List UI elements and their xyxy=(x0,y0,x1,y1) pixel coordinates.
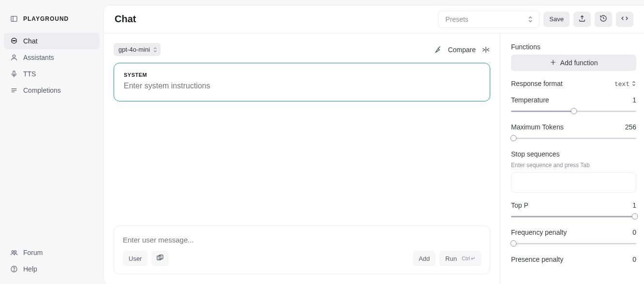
svg-point-5 xyxy=(15,41,15,41)
sidebar-header: PLAYGROUND xyxy=(4,10,100,33)
temperature-label: Temperature xyxy=(511,96,549,104)
response-format-row[interactable]: Response format text xyxy=(511,80,636,87)
run-button[interactable]: Run Ctrl ↵ xyxy=(439,251,481,266)
presence-penalty-label: Presence penalty xyxy=(511,256,563,263)
model-name: gpt-4o-mini xyxy=(118,46,150,53)
add-function-label: Add function xyxy=(560,59,598,67)
system-heading: SYSTEM xyxy=(124,72,480,78)
add-message-button[interactable]: Add xyxy=(413,251,436,266)
system-box[interactable]: SYSTEM xyxy=(114,63,490,101)
max-tokens-value: 256 xyxy=(625,123,636,131)
page-title: Chat xyxy=(115,14,136,25)
max-tokens-row: Maximum Tokens 256 xyxy=(511,123,636,142)
sidebar-item-help[interactable]: Help xyxy=(4,261,100,277)
presence-penalty-value: 0 xyxy=(632,256,636,263)
top-p-value: 1 xyxy=(632,201,636,209)
user-message-input[interactable] xyxy=(123,236,481,244)
run-label: Run xyxy=(445,255,457,262)
svg-point-13 xyxy=(15,251,16,253)
main-header: Chat Presets Save xyxy=(104,5,644,33)
sidebar-item-completions[interactable]: Completions xyxy=(4,82,100,99)
sidebar-item-label: Forum xyxy=(23,249,43,256)
history-icon xyxy=(600,14,607,24)
frequency-penalty-slider[interactable] xyxy=(511,240,636,247)
stop-sequences-hint: Enter sequence and press Tab xyxy=(511,162,636,169)
image-icon xyxy=(156,254,164,263)
attach-button[interactable] xyxy=(151,251,169,266)
frequency-penalty-label: Frequency penalty xyxy=(511,228,567,236)
temperature-row: Temperature 1 xyxy=(511,96,636,114)
max-tokens-label: Maximum Tokens xyxy=(511,123,564,131)
svg-point-15 xyxy=(14,270,14,271)
sidebar-item-label: TTS xyxy=(23,70,36,78)
plus-icon xyxy=(550,59,556,67)
temperature-slider[interactable] xyxy=(511,108,636,114)
composer-actions: User Add Run xyxy=(123,251,481,266)
svg-point-12 xyxy=(12,251,14,253)
people-icon xyxy=(10,248,18,257)
presets-dropdown[interactable]: Presets xyxy=(438,11,540,28)
sidebar-item-chat[interactable]: Chat xyxy=(4,33,100,49)
presence-penalty-row: Presence penalty 0 xyxy=(511,256,636,263)
svg-point-4 xyxy=(14,41,14,41)
chevron-up-down-icon xyxy=(527,16,533,23)
add-label: Add xyxy=(419,255,430,262)
scrollbar[interactable] xyxy=(641,33,644,284)
role-user-label: User xyxy=(129,255,142,262)
code-icon xyxy=(621,14,629,24)
upload-icon xyxy=(578,14,586,24)
svg-point-3 xyxy=(13,41,13,41)
upload-button[interactable] xyxy=(573,12,591,27)
sidebar-item-label: Help xyxy=(23,265,37,273)
sidebar-item-label: Assistants xyxy=(23,54,54,61)
mic-icon xyxy=(10,70,18,78)
panel-left-icon xyxy=(10,14,18,23)
add-function-button[interactable]: Add function xyxy=(511,55,636,71)
functions-label: Functions xyxy=(511,43,636,51)
code-button[interactable] xyxy=(616,12,633,27)
save-button-label: Save xyxy=(549,15,564,23)
settings-panel: Functions Add function Response format t… xyxy=(500,33,644,284)
max-tokens-slider[interactable] xyxy=(511,135,636,142)
save-button[interactable]: Save xyxy=(543,12,570,27)
main-body: gpt-4o-mini Compare SYSTEM xyxy=(104,33,644,284)
help-icon xyxy=(10,265,18,273)
chevron-up-down-icon xyxy=(631,81,636,86)
top-p-label: Top P xyxy=(511,201,528,209)
sidebar-item-assistants[interactable]: Assistants xyxy=(4,49,100,66)
response-format-label: Response format xyxy=(511,80,563,87)
clear-button[interactable] xyxy=(434,45,442,54)
top-p-row: Top P 1 xyxy=(511,201,636,220)
header-actions: Presets Save xyxy=(438,11,633,28)
svg-point-6 xyxy=(13,55,15,57)
system-input[interactable] xyxy=(124,82,480,90)
stop-sequences-label: Stop sequences xyxy=(511,150,636,158)
stop-sequences-input[interactable] xyxy=(511,172,636,193)
sidebar: PLAYGROUND Chat Assistants TTS Completio xyxy=(0,0,103,284)
temperature-value: 1 xyxy=(632,96,636,104)
frequency-penalty-value: 0 xyxy=(632,228,636,236)
compare-icon[interactable] xyxy=(482,46,490,54)
top-p-slider[interactable] xyxy=(511,213,636,220)
chat-top-right: Compare xyxy=(434,45,490,54)
history-button[interactable] xyxy=(595,12,612,27)
chat-area: gpt-4o-mini Compare SYSTEM xyxy=(104,33,500,284)
model-selector[interactable]: gpt-4o-mini xyxy=(114,43,161,56)
role-user-button[interactable]: User xyxy=(123,251,147,266)
svg-rect-7 xyxy=(13,71,15,75)
sidebar-item-tts[interactable]: TTS xyxy=(4,66,100,82)
sidebar-item-forum[interactable]: Forum xyxy=(4,244,100,261)
frequency-penalty-row: Frequency penalty 0 xyxy=(511,228,636,247)
sidebar-title: PLAYGROUND xyxy=(23,15,69,22)
response-format-value: text xyxy=(615,80,636,87)
lines-icon xyxy=(10,86,18,95)
presets-placeholder: Presets xyxy=(445,15,468,23)
user-icon xyxy=(10,53,18,62)
sidebar-item-label: Chat xyxy=(23,37,38,45)
stop-sequences-row: Stop sequences Enter sequence and press … xyxy=(511,150,636,193)
svg-rect-0 xyxy=(11,16,17,22)
run-shortcut: Ctrl ↵ xyxy=(462,256,475,262)
chevron-up-down-icon xyxy=(153,47,158,53)
compare-label[interactable]: Compare xyxy=(448,46,476,54)
main-panel: Chat Presets Save xyxy=(103,5,644,284)
